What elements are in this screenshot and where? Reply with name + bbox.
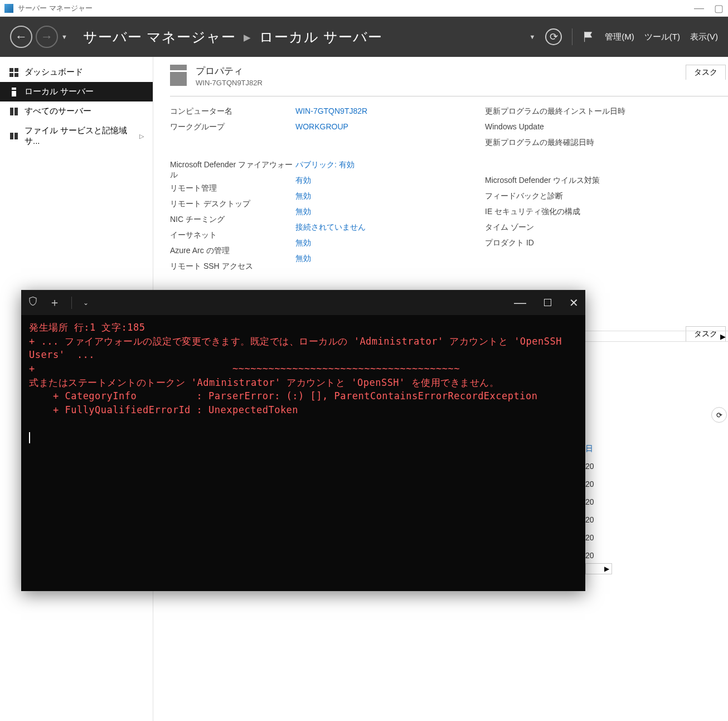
prop-label: Azure Arc の管理 [170, 246, 230, 258]
terminal-cursor [29, 432, 30, 443]
terminal-window: ＋ ⌄ — ✕ 発生場所 行:1 文字:185 + ... ファイアウォールの設… [21, 290, 585, 591]
cell: 20 [585, 511, 594, 529]
sidebar-item-dashboard[interactable]: ダッシュボード [0, 62, 153, 82]
chevron-right-icon: ▷ [139, 133, 144, 140]
sidebar-item-local-server[interactable]: ローカル サーバー [0, 82, 153, 101]
minimize-button[interactable]: — [694, 2, 704, 14]
nic-teaming-link[interactable]: 無効 [295, 207, 311, 219]
svg-rect-4 [12, 88, 16, 90]
terminal-minimize-button[interactable]: — [514, 296, 526, 310]
header-toolbar: ← → ▼ サーバー マネージャー ▸ ローカル サーバー ▼ ⟳ 管理(M) … [0, 17, 728, 57]
shield-icon [28, 296, 38, 309]
section-subtitle: WIN-7GTQN9TJ82R [196, 79, 263, 87]
servers-icon [9, 107, 19, 117]
svg-rect-0 [9, 68, 13, 72]
dashboard-icon [9, 67, 19, 78]
prop-label: Microsoft Defender ファイアウォール [170, 160, 295, 180]
column-header: 日 [585, 439, 594, 457]
sidebar-item-label: ファイル サービスと記憶域サ... [25, 125, 134, 147]
svg-rect-5 [12, 91, 16, 96]
prop-label: NIC チーミング [170, 215, 225, 227]
svg-rect-6 [10, 108, 13, 115]
breadcrumb-dropdown[interactable]: ▼ [529, 33, 535, 40]
properties-grid: コンピューター名 ワークグループ Microsoft Defender ファイア… [170, 96, 728, 282]
partial-date-column: 日 20 20 20 20 20 20 [585, 439, 594, 564]
chevron-right-icon: ▸ [244, 29, 251, 45]
breadcrumb: サーバー マネージャー ▸ ローカル サーバー [83, 28, 382, 46]
remote-ssh-link[interactable]: 無効 [295, 254, 311, 266]
files-icon [9, 131, 19, 141]
sidebar-item-label: すべてのサーバー [25, 106, 91, 117]
prop-label: リモート SSH アクセス [170, 262, 253, 274]
separator [71, 297, 72, 309]
cell: 20 [585, 457, 594, 475]
cell: 20 [585, 546, 594, 564]
app-icon [4, 4, 13, 13]
nav-history-dropdown[interactable]: ▼ [61, 33, 67, 40]
prop-label: ワークグループ [170, 122, 225, 134]
computer-name-link[interactable]: WIN-7GTQN9TJ82R [295, 107, 367, 119]
notifications-flag-icon[interactable] [583, 31, 595, 43]
prop-label: Microsoft Defender ウイルス対策 [485, 176, 600, 188]
menu-tools[interactable]: ツール(T) [644, 32, 680, 42]
cell: 20 [585, 493, 594, 511]
window-title: サーバー マネージャー [18, 3, 93, 13]
prop-label: イーサネット [170, 230, 217, 243]
prop-label: 更新プログラムの最終確認日時 [485, 138, 594, 150]
terminal-output[interactable]: 発生場所 行:1 文字:185 + ... ファイアウォールの設定で変更できます… [21, 315, 585, 591]
menu-view[interactable]: 表示(V) [690, 32, 718, 42]
prop-label: Windows Update [485, 122, 544, 134]
horizontal-scroll-right-upper[interactable]: ▶ [585, 331, 728, 342]
prop-label: フィードバックと診断 [485, 191, 563, 204]
tab-dropdown[interactable]: ⌄ [83, 299, 89, 307]
refresh-button[interactable]: ⟳ [545, 28, 562, 45]
ethernet-link[interactable]: 接続されていません [295, 222, 366, 235]
prop-label: リモート デスクトップ [170, 199, 250, 211]
refresh-section-button[interactable]: ⟳ [711, 407, 727, 423]
svg-rect-2 [9, 73, 13, 77]
sidebar-item-all-servers[interactable]: すべてのサーバー [0, 101, 153, 121]
prop-label: 更新プログラムの最終インストール日時 [485, 107, 625, 119]
section-title: プロパティ [196, 65, 263, 78]
sidebar-item-label: ローカル サーバー [25, 86, 94, 97]
horizontal-scroll-right[interactable]: ▶ [585, 563, 612, 574]
terminal-titlebar[interactable]: ＋ ⌄ — ✕ [21, 290, 585, 315]
terminal-close-button[interactable]: ✕ [569, 296, 579, 309]
maximize-button[interactable]: ▢ [714, 2, 724, 14]
properties-section-icon [170, 65, 187, 86]
svg-rect-7 [14, 108, 18, 115]
svg-rect-3 [14, 73, 18, 77]
svg-rect-8 [10, 133, 13, 139]
nav-back-button[interactable]: ← [10, 26, 32, 48]
prop-label: リモート管理 [170, 183, 217, 196]
prop-label: タイム ゾーン [485, 222, 534, 235]
remote-mgmt-link[interactable]: 有効 [295, 176, 311, 188]
cell: 20 [585, 529, 594, 546]
sidebar-item-label: ダッシュボード [25, 67, 83, 78]
prop-label: コンピューター名 [170, 107, 232, 119]
terminal-maximize-button[interactable] [544, 299, 551, 306]
azure-arc-link[interactable]: 無効 [295, 238, 311, 250]
svg-rect-9 [14, 133, 18, 139]
remote-desktop-link[interactable]: 無効 [295, 191, 311, 204]
workgroup-link[interactable]: WORKGROUP [295, 122, 348, 134]
svg-rect-1 [14, 68, 18, 72]
separator [572, 28, 572, 45]
cell: 20 [585, 475, 594, 493]
menu-manage[interactable]: 管理(M) [605, 32, 634, 42]
tasks-dropdown[interactable]: タスク [686, 65, 726, 80]
prop-label: IE セキュリティ強化の構成 [485, 207, 580, 219]
prop-label: プロダクト ID [485, 238, 534, 250]
new-tab-button[interactable]: ＋ [49, 295, 60, 310]
sidebar-item-file-services[interactable]: ファイル サービスと記憶域サ... ▷ [0, 121, 153, 151]
window-titlebar: サーバー マネージャー — ▢ [0, 0, 728, 17]
breadcrumb-leaf[interactable]: ローカル サーバー [259, 28, 382, 46]
breadcrumb-root[interactable]: サーバー マネージャー [83, 28, 236, 46]
firewall-link[interactable]: パブリック: 有効 [295, 160, 355, 172]
nav-forward-button: → [36, 26, 58, 48]
server-icon [9, 87, 19, 97]
